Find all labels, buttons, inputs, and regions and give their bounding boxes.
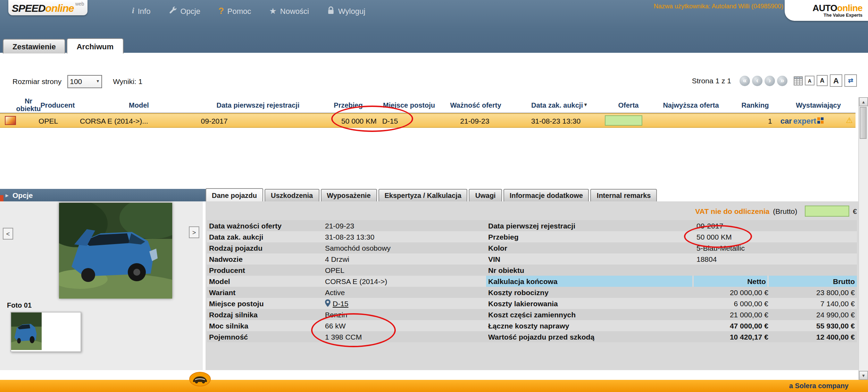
cell-przebieg: 50 000 KM [314, 114, 380, 127]
info-icon: i [132, 6, 134, 16]
tab-archiwum[interactable]: Archiwum [67, 38, 123, 53]
header-cell-wystawiajacy[interactable]: Wystawiający [781, 97, 856, 112]
cell-producent: OPEL [36, 114, 78, 127]
tab-zestawienie[interactable]: Zestawienie [3, 39, 66, 53]
vat-brutto-note: (Brutto) [773, 207, 797, 215]
vehicle-photo[interactable] [59, 203, 172, 299]
tab-dane-pojazdu[interactable]: Dane pojazdu [206, 188, 263, 201]
menu-item-nowosci[interactable]: ★ Nowości [269, 6, 309, 16]
photo-prev-button[interactable]: < [3, 228, 13, 240]
main-tab-bar: Zestawienie Archiwum [3, 38, 123, 53]
calculation-row: Koszt części zamiennych21 000,00 €24 990… [486, 309, 857, 320]
photo-next-button[interactable]: > [189, 226, 199, 238]
prev-page-button[interactable]: ‹ [752, 75, 762, 86]
table-row[interactable]: OPEL CORSA E (2014->)... 09-2017 50 000 … [0, 113, 856, 128]
scroll-down-button[interactable]: ▼ [859, 371, 868, 380]
cell-miejsce-postoju: D-15 [380, 114, 438, 127]
menu-item-info[interactable]: i Info [132, 6, 150, 16]
tab-uwagi[interactable]: Uwagi [469, 189, 502, 201]
cell-data-zak-aukcji: 31-08-23 13:30 [512, 114, 600, 127]
location-link[interactable]: D-15 [333, 299, 349, 308]
layout-switch-button[interactable]: ⇄ [844, 74, 857, 87]
tab-informacje-dodatkowe[interactable]: Informacje dodatkowe [503, 189, 589, 201]
header-cell-ranking[interactable]: Ranking [729, 97, 781, 112]
field-row: Rodzaj silnikaBenzin [207, 309, 486, 320]
options-panel-title: Opcje [12, 191, 33, 199]
menu-label: Pomoc [227, 7, 251, 15]
header-cell-nr-obiektu[interactable]: Nr obiektu [19, 97, 37, 112]
offer-input[interactable] [605, 115, 642, 126]
vat-input[interactable] [805, 206, 849, 217]
header-cell-producent[interactable]: Producent [37, 97, 78, 112]
menu-label: Info [138, 7, 151, 15]
header-cell-przebieg[interactable]: Przebieg [316, 97, 381, 112]
tab-ekspertyza-kalkulacja[interactable]: Ekspertyza / Kalkulacja [378, 189, 468, 201]
calculation-row-vehicle-value: Wartość pojazdu przed szkodą10 420,17 €1… [486, 331, 857, 342]
vat-row: VAT nie do odliczenia (Brutto) € [695, 206, 857, 217]
header-cell-miejsce-postoju[interactable]: Miejsce postoju [381, 97, 437, 112]
photo-thumbnail[interactable] [11, 312, 42, 351]
field-row: Data pierwszej rejestracji09-2017 [486, 220, 857, 231]
vertical-scrollbar[interactable]: ▲ ▼ [858, 97, 868, 380]
speedonline-logo: SPEEDonlineweb [8, 0, 87, 15]
header-cell-model[interactable]: Model [78, 97, 200, 112]
speedonline-app: SPEEDonlineweb i Info Opcje ? Pomoc ★ No… [0, 0, 868, 392]
font-size-small-button[interactable]: A [805, 76, 815, 85]
menu-item-pomoc[interactable]: ? Pomoc [218, 6, 251, 16]
menu-item-wyloguj[interactable]: Wyloguj [327, 6, 365, 16]
photo-thumbnail-icon[interactable] [5, 116, 16, 125]
field-row-przebieg: Przebieg50 000 KM [486, 231, 857, 242]
cell-najwyzsza-oferta [647, 114, 721, 127]
tab-uszkodzenia[interactable]: Uszkodzenia [265, 189, 319, 201]
page-size-label: Rozmiar strony [12, 77, 61, 85]
font-size-medium-button[interactable]: A [817, 75, 828, 86]
calculation-row: Koszty robocizny20 000,00 €23 800,00 € [486, 287, 857, 298]
brand-auto-text: AUTO [812, 2, 837, 13]
header-cell-waznosc-oferty[interactable]: Ważność oferty [437, 97, 514, 112]
field-row: Kolor5-Blau-Metallic [486, 242, 857, 253]
photo-label: Foto 01 [7, 301, 32, 309]
tab-wyposazenie[interactable]: Wyposażenie [320, 189, 377, 201]
page-size-select[interactable]: 100 ▾ [67, 75, 102, 88]
field-row-miejsce-postoju: Miejsce postoju D-15 [207, 298, 486, 309]
menu-label: Wyloguj [338, 7, 365, 15]
autoonline-logo: AUTOonline The Value Experts [785, 0, 868, 21]
field-row: Pojemność1 398 CCM [207, 331, 486, 342]
header-cell-najwyzsza-oferta[interactable]: Najwyższa oferta [653, 97, 729, 112]
menu-item-opcje[interactable]: Opcje [168, 6, 200, 16]
font-size-large-button[interactable]: A [830, 74, 842, 87]
lock-icon [327, 6, 335, 16]
top-menu: i Info Opcje ? Pomoc ★ Nowości Wyloguj [132, 6, 365, 16]
results-table-header: Nr obiektu Producent Model Data pierwsze… [0, 97, 856, 113]
cell-model: CORSA E (2014->)... [78, 114, 199, 127]
field-row: Nr obiektu [486, 265, 857, 276]
logo-web-text: web [75, 1, 84, 6]
header-cell-data-zak-aukcji[interactable]: Data zak. aukcji▾ [514, 97, 604, 112]
last-page-button[interactable]: » [777, 75, 787, 86]
options-panel-header[interactable]: ▸ Opcje [0, 189, 208, 201]
question-icon: ? [218, 6, 224, 16]
header-cell-oferta[interactable]: Oferta [604, 97, 653, 112]
field-row: ModelCORSA E (2014->) [207, 276, 486, 287]
page-info: Strona 1 z 1 [692, 76, 731, 85]
car-badge-icon [189, 372, 211, 388]
first-page-button[interactable]: « [740, 75, 750, 86]
results-count: Wyniki: 1 [113, 77, 142, 85]
scroll-up-button[interactable]: ▲ [859, 97, 868, 106]
cell-nr-obiektu [19, 114, 37, 127]
menu-label: Nowości [280, 7, 309, 15]
row-thumbnail-cell [0, 114, 19, 127]
cell-data-rejestracji: 09-2017 [199, 114, 314, 127]
header-cell-data-rejestracji[interactable]: Data pierwszej rejestracji [200, 97, 316, 112]
topbar: SPEEDonlineweb i Info Opcje ? Pomoc ★ No… [0, 0, 868, 53]
warning-icon[interactable]: ⚠ [846, 116, 853, 125]
vat-note: VAT nie do odliczenia [695, 207, 769, 215]
field-row: VIN18804 [486, 253, 857, 265]
tab-internal-remarks[interactable]: Internal remarks [591, 189, 657, 201]
scrollbar-thumb[interactable] [860, 107, 867, 139]
star-icon: ★ [269, 6, 277, 16]
next-page-button[interactable]: › [765, 75, 775, 86]
carexpert-mark-icon [818, 117, 824, 124]
calculation-row: Koszty lakierowania6 000,00 €7 140,00 € [486, 298, 857, 309]
export-grid-button[interactable] [794, 76, 803, 85]
